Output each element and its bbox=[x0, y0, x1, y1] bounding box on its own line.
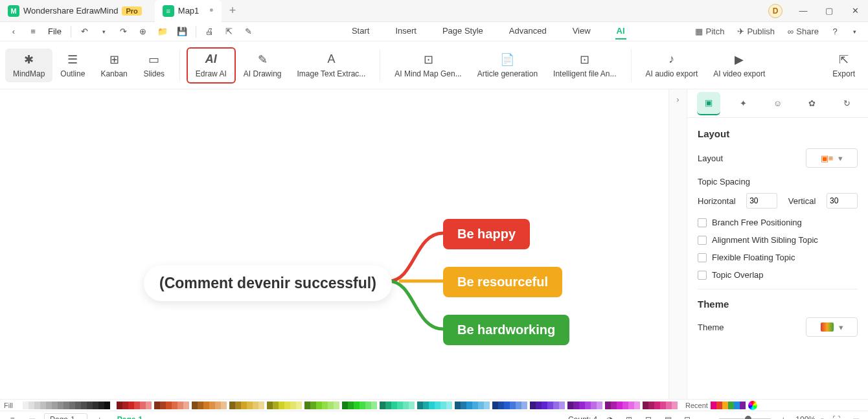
app-tab[interactable]: M Wondershare EdrawMind Pro bbox=[0, 0, 150, 22]
overlap-label: Topic Overlap bbox=[712, 270, 763, 280]
tab-insert[interactable]: Insert bbox=[394, 23, 418, 40]
redo-button[interactable]: ↷ bbox=[115, 24, 132, 40]
fill-label: Fill bbox=[4, 402, 13, 409]
page-dropdown[interactable]: Page-1 bbox=[44, 413, 87, 420]
alignment-checkbox[interactable]: Alignment With Sibling Topic bbox=[698, 235, 858, 245]
zoom-in-button[interactable]: + bbox=[776, 413, 790, 420]
tab-ai[interactable]: AI bbox=[615, 23, 626, 40]
document-tab[interactable]: ≡ Map1 • bbox=[155, 0, 222, 22]
fit-screen-icon[interactable]: ⛶ bbox=[829, 413, 843, 420]
undo-button[interactable]: ↶ bbox=[76, 24, 93, 40]
close-button[interactable]: ✕ bbox=[842, 0, 868, 22]
help-button[interactable]: ? bbox=[827, 24, 843, 40]
minimize-button[interactable]: — bbox=[790, 0, 816, 22]
fullscreen-icon[interactable]: ▭ bbox=[25, 413, 39, 420]
maximize-button[interactable]: ▢ bbox=[816, 0, 842, 22]
right-panel-collapse[interactable]: › bbox=[668, 89, 687, 399]
save-button[interactable]: 💾 bbox=[174, 24, 190, 40]
layout-select[interactable]: ▣≡ ▾ bbox=[806, 148, 858, 168]
image-text-icon: A bbox=[324, 52, 338, 67]
ribbon-edraw-ai[interactable]: AIEdraw AI bbox=[187, 47, 236, 84]
view-3-icon[interactable]: ⊡ bbox=[641, 413, 656, 420]
color-picker-icon[interactable] bbox=[748, 401, 757, 410]
view-5-icon[interactable]: ⊡ bbox=[680, 413, 694, 420]
back-button[interactable]: ‹ bbox=[5, 24, 22, 40]
panel-tab-style[interactable]: ✦ bbox=[731, 92, 755, 115]
ribbon-ai-drawing[interactable]: ✎AI Drawing bbox=[236, 49, 290, 82]
view-4-icon[interactable]: ▤ bbox=[661, 413, 675, 420]
vertical-input[interactable] bbox=[827, 193, 858, 209]
child-topic-2[interactable]: Be resourceful bbox=[443, 267, 562, 297]
child-topic-3[interactable]: Be hardworking bbox=[443, 315, 569, 345]
ribbon-export[interactable]: ⇱Export bbox=[825, 49, 863, 82]
recent-swatches[interactable] bbox=[711, 402, 746, 409]
share-button[interactable]: ∞Share bbox=[782, 27, 824, 36]
ribbon-ai-mindmap[interactable]: ⊡AI Mind Map Gen... bbox=[387, 49, 469, 82]
file-menu[interactable]: File bbox=[44, 27, 65, 36]
child-topic-1[interactable]: Be happy bbox=[443, 219, 530, 249]
horizontal-input[interactable] bbox=[746, 193, 777, 209]
ribbon-ai-drawing-label: AI Drawing bbox=[244, 69, 282, 78]
tab-start[interactable]: Start bbox=[350, 23, 371, 40]
pitch-button[interactable]: ▦Pitch bbox=[690, 27, 729, 36]
ribbon-article-gen[interactable]: 📄Article generation bbox=[470, 49, 545, 82]
publish-button[interactable]: ✈Publish bbox=[732, 27, 780, 36]
panel-tab-history[interactable]: ↻ bbox=[835, 92, 858, 115]
add-page-button[interactable]: + bbox=[93, 413, 107, 420]
flexible-checkbox[interactable]: Flexible Floating Topic bbox=[698, 253, 858, 262]
zoom-out-button[interactable]: − bbox=[700, 413, 714, 420]
page-tab[interactable]: Page-1 bbox=[112, 415, 148, 420]
ribbon-ai-video[interactable]: ▶AI video export bbox=[705, 49, 773, 82]
ribbon-outline[interactable]: ☰Outline bbox=[52, 49, 93, 82]
share-quick-button[interactable]: ✎ bbox=[240, 24, 257, 40]
gray-swatches[interactable] bbox=[17, 402, 110, 409]
right-panel-body: Layout Layout ▣≡ ▾ Topic Spacing Horizon… bbox=[687, 118, 868, 356]
kanban-icon: ⊞ bbox=[107, 52, 121, 67]
app-logo-icon: M bbox=[8, 5, 19, 17]
intelligent-file-icon: ⊡ bbox=[578, 52, 592, 67]
new-button[interactable]: ⊕ bbox=[135, 24, 152, 40]
color-swatches[interactable] bbox=[117, 402, 680, 409]
new-tab-button[interactable]: + bbox=[222, 4, 244, 17]
ribbon-edraw-ai-label: Edraw AI bbox=[196, 69, 227, 78]
tab-page-style[interactable]: Page Style bbox=[441, 23, 485, 40]
view-2-icon[interactable]: ⊞ bbox=[622, 413, 636, 420]
print-button[interactable]: 🖨 bbox=[201, 24, 218, 40]
tab-view[interactable]: View bbox=[571, 23, 592, 40]
top-tabs: Start Insert Page Style Advanced View AI bbox=[350, 23, 626, 40]
undo-dropdown-icon[interactable]: ▾ bbox=[96, 24, 113, 40]
ribbon-mindmap[interactable]: ✱MindMap bbox=[5, 49, 52, 82]
ribbon-intelligent-file[interactable]: ⊡Intelligent file An... bbox=[545, 49, 624, 82]
ribbon-slides[interactable]: ▭Slides bbox=[135, 49, 173, 82]
count-label: Count: 4 bbox=[568, 415, 597, 420]
root-topic[interactable]: (Comment devenir successful) bbox=[144, 266, 392, 301]
presentation-icon[interactable]: ▭ bbox=[849, 413, 863, 420]
ribbon-kanban[interactable]: ⊞Kanban bbox=[93, 49, 135, 82]
tab-advanced[interactable]: Advanced bbox=[508, 23, 548, 40]
ribbon-image-text[interactable]: AImage Text Extrac... bbox=[289, 49, 373, 82]
avatar[interactable]: D bbox=[768, 4, 782, 18]
outline-view-icon[interactable]: ≡ bbox=[5, 413, 19, 420]
theme-label: Theme bbox=[698, 323, 724, 332]
help-dropdown-icon[interactable]: ▾ bbox=[846, 24, 863, 40]
open-button[interactable]: 📁 bbox=[154, 24, 171, 40]
ribbon-ai-audio[interactable]: ♪AI audio export bbox=[638, 49, 706, 82]
view-1-icon[interactable]: ◔ bbox=[602, 413, 617, 420]
canvas[interactable]: (Comment devenir successful) Be happy Be… bbox=[0, 89, 668, 399]
app-name: Wondershare EdrawMind bbox=[23, 6, 118, 16]
export-quick-button[interactable]: ⇱ bbox=[221, 24, 238, 40]
vertical-label: Vertical bbox=[788, 196, 816, 206]
panel-tab-layout[interactable]: ▣ bbox=[697, 92, 720, 115]
theme-select[interactable]: ▾ bbox=[806, 317, 858, 337]
ribbon-ai-video-label: AI video export bbox=[713, 69, 765, 78]
overlap-checkbox[interactable]: Topic Overlap bbox=[698, 270, 858, 280]
panel-tab-icon[interactable]: ☺ bbox=[766, 92, 789, 115]
ai-video-icon: ▶ bbox=[732, 52, 746, 67]
page-dropdown-label: Page-1 bbox=[50, 415, 75, 420]
horizontal-label: Horizontal bbox=[698, 196, 736, 206]
menu-icon[interactable]: ≡ bbox=[25, 24, 41, 40]
ribbon-mindmap-label: MindMap bbox=[13, 69, 45, 78]
branch-free-checkbox[interactable]: Branch Free Positioning bbox=[698, 218, 858, 227]
mindmap-icon: ✱ bbox=[22, 52, 36, 67]
panel-tab-clipart[interactable]: ✿ bbox=[801, 92, 824, 115]
